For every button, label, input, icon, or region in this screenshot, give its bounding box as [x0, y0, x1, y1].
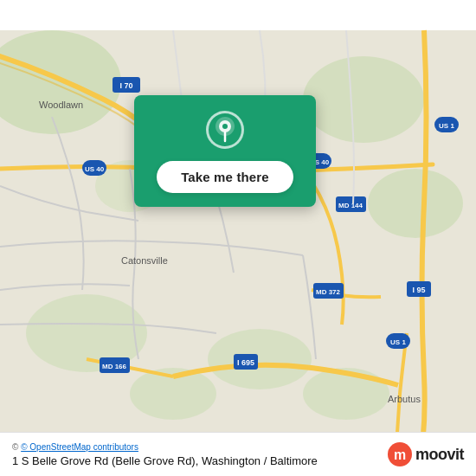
- bottom-bar: © © OpenStreetMap contributors 1 S Belle…: [0, 432, 476, 476]
- osm-copyright: ©: [12, 442, 21, 452]
- svg-text:Woodlawn: Woodlawn: [39, 100, 83, 110]
- attribution: © © OpenStreetMap contributors: [12, 442, 318, 452]
- svg-point-2: [303, 56, 424, 143]
- moovit-icon: m: [387, 441, 413, 467]
- pin-icon: [214, 117, 236, 143]
- svg-text:US 40: US 40: [85, 165, 105, 173]
- svg-text:MD 144: MD 144: [338, 202, 363, 209]
- map-background: I 70 US 40 US 40 MD 144 I 695 I 95 US 1 …: [0, 0, 476, 476]
- moovit-text: moovit: [415, 446, 464, 464]
- osm-link[interactable]: © OpenStreetMap contributors: [21, 442, 138, 452]
- svg-text:Catonsville: Catonsville: [121, 255, 168, 266]
- address-text: 1 S Belle Grove Rd (Belle Grove Rd), Was…: [12, 454, 318, 467]
- svg-text:I 695: I 695: [237, 358, 254, 367]
- svg-text:m: m: [394, 447, 406, 462]
- bottom-left: © © OpenStreetMap contributors 1 S Belle…: [12, 442, 318, 467]
- svg-text:I 95: I 95: [412, 286, 425, 294]
- pin-icon-wrap: [206, 111, 244, 149]
- svg-text:Arbutus: Arbutus: [388, 394, 421, 404]
- take-me-there-button[interactable]: Take me there: [157, 161, 293, 193]
- map-container: I 70 US 40 US 40 MD 144 I 695 I 95 US 1 …: [0, 0, 476, 476]
- svg-text:US 1: US 1: [390, 338, 406, 346]
- svg-text:MD 372: MD 372: [316, 288, 341, 296]
- popup-card: Take me there: [134, 95, 316, 207]
- svg-point-36: [222, 124, 228, 129]
- svg-point-3: [368, 169, 463, 238]
- moovit-logo: m moovit: [387, 441, 464, 467]
- svg-text:I 70: I 70: [119, 81, 132, 90]
- svg-point-4: [208, 329, 312, 389]
- svg-text:US 1: US 1: [439, 122, 454, 130]
- svg-text:MD 166: MD 166: [102, 363, 127, 370]
